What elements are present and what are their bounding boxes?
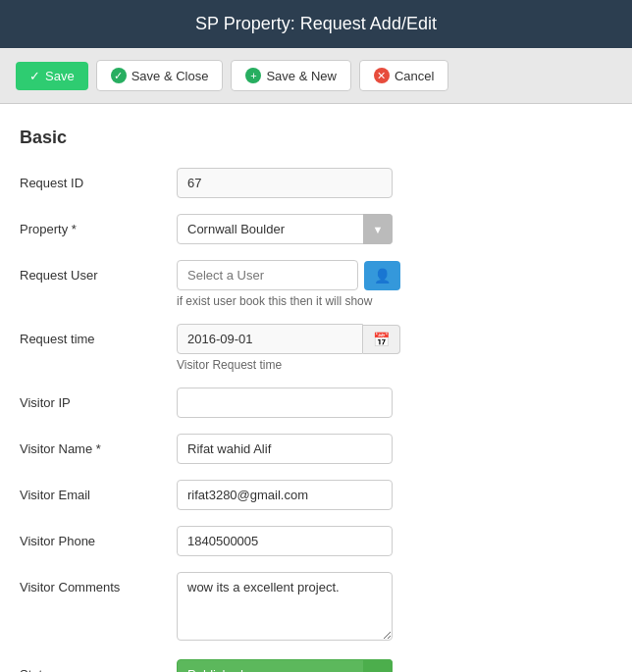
calendar-icon[interactable]: 📅 — [363, 325, 400, 354]
property-control: Cornwall Boulder ▼ — [177, 214, 612, 244]
property-select[interactable]: Cornwall Boulder — [177, 214, 393, 244]
date-wrap: 📅 — [177, 324, 393, 354]
visitor-ip-row: Visitor IP — [20, 388, 612, 418]
x-icon: ✕ — [374, 68, 390, 83]
status-select[interactable]: Published Unpublished — [177, 659, 393, 672]
visitor-name-control — [177, 434, 612, 464]
request-id-input[interactable] — [177, 168, 393, 198]
request-time-label: Request time — [20, 324, 177, 346]
save-button[interactable]: ✓ Save — [16, 62, 88, 90]
visitor-comments-input[interactable]: wow its a excellent project. — [177, 572, 393, 641]
visitor-phone-row: Visitor Phone — [20, 526, 612, 556]
visitor-email-label: Visitor Email — [20, 480, 177, 502]
plus-icon: + — [245, 68, 261, 83]
save-icon: ✓ — [29, 69, 40, 83]
visitor-name-input[interactable] — [177, 434, 393, 464]
visitor-phone-control — [177, 526, 612, 556]
toolbar: ✓ Save ✓ Save & Close + Save & New ✕ Can… — [0, 48, 632, 104]
visitor-email-input[interactable] — [177, 480, 393, 510]
visitor-name-row: Visitor Name * — [20, 434, 612, 464]
request-id-control — [177, 168, 612, 198]
request-time-control: 📅 Visitor Request time — [177, 324, 612, 372]
visitor-phone-input[interactable] — [177, 526, 393, 556]
property-label: Property * — [20, 214, 177, 236]
visitor-email-control — [177, 480, 612, 510]
request-time-row: Request time 📅 Visitor Request time — [20, 324, 612, 372]
request-user-control: 👤 if exist user book this then it will s… — [177, 260, 612, 308]
status-control: Published Unpublished ▼ — [177, 659, 612, 672]
request-user-label: Request User — [20, 260, 177, 283]
save-new-button[interactable]: + Save & New — [231, 60, 351, 91]
form-content: Basic Request ID Property * Cornwall Bou… — [0, 104, 632, 672]
visitor-ip-control — [177, 388, 612, 418]
visitor-email-row: Visitor Email — [20, 480, 612, 510]
section-title: Basic — [20, 128, 612, 148]
visitor-comments-control: wow its a excellent project. — [177, 572, 612, 644]
status-label: Status — [20, 659, 177, 672]
user-search-input[interactable] — [177, 260, 358, 290]
user-icon: 👤 — [374, 268, 391, 284]
page-title: SP Property: Request Add/Edit — [0, 0, 632, 48]
visitor-ip-label: Visitor IP — [20, 388, 177, 410]
request-time-input[interactable] — [177, 324, 363, 354]
property-select-wrap: Cornwall Boulder ▼ — [177, 214, 393, 244]
visitor-comments-row: Visitor Comments wow its a excellent pro… — [20, 572, 612, 644]
request-id-row: Request ID — [20, 168, 612, 198]
request-time-hint: Visitor Request time — [177, 358, 612, 372]
check-icon: ✓ — [111, 68, 127, 83]
status-row: Status Published Unpublished ▼ — [20, 659, 612, 672]
request-user-hint: if exist user book this then it will sho… — [177, 294, 612, 308]
cancel-button[interactable]: ✕ Cancel — [359, 60, 448, 91]
select-user-button[interactable]: 👤 — [364, 261, 400, 290]
request-user-row: Request User 👤 if exist user book this t… — [20, 260, 612, 308]
save-close-button[interactable]: ✓ Save & Close — [96, 60, 224, 91]
visitor-phone-label: Visitor Phone — [20, 526, 177, 548]
visitor-comments-label: Visitor Comments — [20, 572, 177, 594]
user-select-wrap: 👤 — [177, 260, 400, 290]
property-row: Property * Cornwall Boulder ▼ — [20, 214, 612, 244]
visitor-name-label: Visitor Name * — [20, 434, 177, 456]
visitor-ip-input[interactable] — [177, 388, 393, 418]
status-select-wrap: Published Unpublished ▼ — [177, 659, 393, 672]
request-id-label: Request ID — [20, 168, 177, 190]
